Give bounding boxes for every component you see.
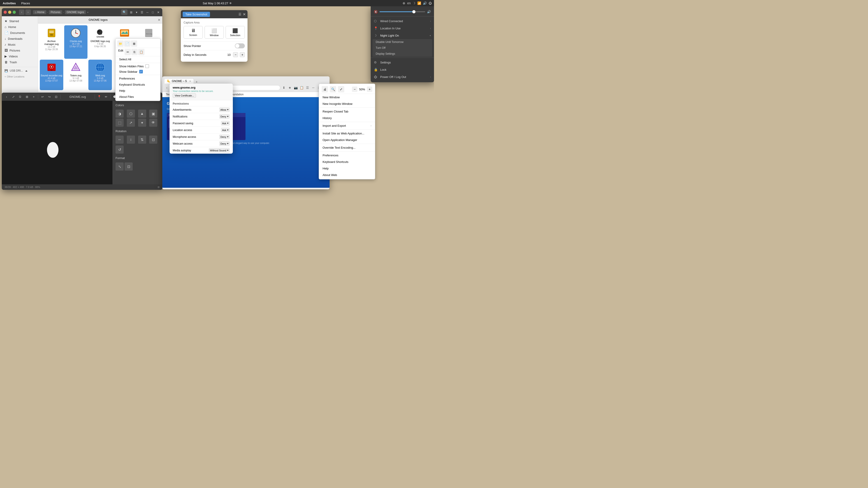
volume-icon[interactable]: 🔊 xyxy=(423,1,427,5)
ctx-show-hidden[interactable]: Show Hidden Files xyxy=(116,64,160,69)
contrast-btn[interactable]: ▲ xyxy=(138,109,146,118)
ctx-about[interactable]: About Files xyxy=(116,94,160,100)
iv-edit-btn[interactable]: ✏ xyxy=(103,94,109,100)
find-btn[interactable]: 🔍 xyxy=(330,86,336,92)
browser-menu-btn[interactable]: ☰ xyxy=(305,85,310,90)
show-pointer-toggle[interactable] xyxy=(235,43,245,48)
iv-add-btn[interactable]: + xyxy=(31,94,37,100)
ss-mode-screen[interactable]: 🖥 Screen xyxy=(184,26,203,39)
ctx-cut-btn[interactable]: ✂ xyxy=(125,49,131,55)
sidebar-other-locations[interactable]: + Other Locations xyxy=(2,74,38,79)
sidebar-item-usb[interactable]: 💾 USB DRI... ⏏ xyxy=(2,68,38,73)
ss-close-btn[interactable]: ✕ xyxy=(243,12,246,17)
ctx-copy-btn[interactable]: ⎘ xyxy=(131,49,138,55)
zoom-out-btn[interactable]: − xyxy=(352,87,358,92)
display-settings-item[interactable]: Display Settings xyxy=(373,51,432,57)
ctx-grid-btn[interactable]: ⊞ xyxy=(131,40,137,47)
activities-btn[interactable]: Activities xyxy=(0,2,19,5)
crop-format-btn[interactable]: ⊡ xyxy=(125,162,133,170)
power-icon[interactable]: ⏻ xyxy=(429,1,432,5)
screenshot-btn[interactable]: 📷 xyxy=(293,85,298,90)
turn-off-item[interactable]: Turn Off xyxy=(373,45,432,51)
flip-v-btn[interactable]: ↕ xyxy=(127,135,135,144)
ctx-paste-btn[interactable]: 📋 xyxy=(138,49,145,55)
bookmark-mgr-btn[interactable]: 📋 xyxy=(299,85,304,90)
sm-wired[interactable]: ⬡ Wired Connected › xyxy=(371,18,434,25)
bpm-new-window[interactable]: New Window xyxy=(319,94,375,101)
ctx-new-doc-btn[interactable]: 📄 xyxy=(124,40,130,47)
accessibility-icon[interactable]: ⊕ xyxy=(403,1,405,5)
browser-min-btn[interactable]: ─ xyxy=(311,85,316,90)
hidden-checkbox[interactable] xyxy=(145,64,149,68)
file-item-clocks[interactable]: Clocks.svg 36.3 kB 13 Apr 07:21 xyxy=(64,25,88,59)
forward-button[interactable]: › xyxy=(25,9,31,15)
file-item-archive[interactable]: Archive manager.svg 13.2 kB 11 Apr 20:39 xyxy=(40,25,63,59)
win-minimize-icon[interactable]: ─ xyxy=(145,10,150,14)
take-screenshot-button[interactable]: Take Screenshot xyxy=(183,12,210,17)
ss-mode-window[interactable]: ⬜ Window xyxy=(205,26,224,39)
new-tab-btn[interactable]: + xyxy=(194,80,199,84)
sidebar-item-videos[interactable]: ▶ Videos xyxy=(2,53,38,59)
bpm-install-app[interactable]: Install Site as Web Application... xyxy=(319,130,375,137)
ctx-new-folder-btn[interactable]: 📁 xyxy=(117,40,124,47)
reload-btn[interactable]: ↺ xyxy=(116,145,124,154)
win-maximize-icon[interactable]: □ xyxy=(151,10,155,14)
sidebar-checkbox[interactable]: ✓ xyxy=(139,70,143,73)
brightness-btn[interactable]: ◑ xyxy=(116,109,124,118)
sidebar-item-starred[interactable]: ★ Starred xyxy=(2,18,38,24)
sidebar-item-trash[interactable]: 🗑 Trash xyxy=(2,59,38,65)
breadcrumb-folder[interactable]: GNOME logos xyxy=(65,10,86,14)
sm-power[interactable]: ⏻ Power Off / Log Out › xyxy=(371,73,434,80)
sharpen-btn[interactable]: ✦ xyxy=(138,119,146,127)
bookmark-btn[interactable]: ★ xyxy=(287,85,292,90)
rot-180-btn[interactable]: ⊡ xyxy=(149,135,157,144)
lang-indicator[interactable]: en xyxy=(407,1,411,5)
sidebar-item-home[interactable]: ⌂ Home xyxy=(2,24,38,30)
bpm-open-app-mgr[interactable]: Open Application Manager xyxy=(319,137,375,143)
file-item-gnome-logo[interactable]: GNOME GNOME logo.svg 7.8 kB 8 Apr 06:35 xyxy=(88,25,112,59)
bpm-help[interactable]: Help xyxy=(319,165,375,172)
sketch-btn[interactable]: ⬚ xyxy=(116,119,124,127)
perm-advertisements-select[interactable]: Allow ▾ xyxy=(219,107,230,112)
tab-close-btn[interactable]: ✕ xyxy=(189,80,191,83)
saturation-btn[interactable]: ⬡ xyxy=(127,109,135,118)
print-btn[interactable]: 🖨 xyxy=(322,86,328,92)
close-tab-button[interactable]: ✕ xyxy=(158,18,160,22)
breadcrumb-pictures[interactable]: Pictures xyxy=(49,10,62,14)
ctx-select-all[interactable]: Select All xyxy=(116,56,160,62)
sidebar-item-downloads[interactable]: ↓ Downloads xyxy=(2,36,38,41)
sidebar-item-music[interactable]: ♪ Music xyxy=(2,41,38,47)
iv-crop-btn[interactable]: ⊡ xyxy=(53,94,59,100)
perm-media-autoplay-select[interactable]: Without Sound ▾ xyxy=(209,148,230,153)
bpm-about[interactable]: About Web xyxy=(319,172,375,178)
volume-slider[interactable] xyxy=(379,11,425,12)
downloads-btn[interactable]: ⬇ xyxy=(281,85,287,90)
browser-back-btn[interactable]: ‹ xyxy=(164,85,169,90)
disable-tomorrow-item[interactable]: Disable Until Tomorrow xyxy=(373,39,432,45)
perm-password-select[interactable]: Ask ▾ xyxy=(221,121,230,125)
ctx-preferences[interactable]: Preferences xyxy=(116,75,160,82)
ctx-keyboard-shortcuts[interactable]: Keyboard Shortcuts xyxy=(116,82,160,88)
perm-webcam-select[interactable]: Deny ▾ xyxy=(219,141,230,146)
minimize-button[interactable] xyxy=(8,11,11,14)
view-toggle-icon[interactable]: ▾ xyxy=(134,10,139,14)
ss-mode-selection[interactable]: ⬛ Selection xyxy=(225,26,245,39)
eye-btn[interactable]: 👁 xyxy=(149,119,157,127)
browser-tab-1[interactable]: 🦶 GNOME – S ✕ xyxy=(164,78,194,84)
network-icon[interactable]: 📶 xyxy=(417,1,421,5)
iv-rotate-ccw-btn[interactable]: ↩ xyxy=(39,94,45,100)
sidebar-item-documents[interactable]: 📄 Documents xyxy=(2,30,38,36)
bpm-keyboard-shortcuts[interactable]: Keyboard Shortcuts xyxy=(319,159,375,165)
iv-zoom-in-btn[interactable]: ① xyxy=(17,94,23,100)
breadcrumb-home[interactable]: ⌂ Home xyxy=(33,10,46,14)
iv-rotate-cw-btn[interactable]: ↪ xyxy=(46,94,52,100)
fullscreen-btn[interactable]: ⤢ xyxy=(338,86,344,92)
sm-settings[interactable]: ⚙ Settings xyxy=(371,59,434,66)
sort-icon[interactable]: ☰ xyxy=(140,10,144,14)
ss-menu-btn[interactable]: ☰ xyxy=(239,12,241,16)
win-close-icon[interactable]: ✕ xyxy=(156,10,160,14)
perm-notifications-select[interactable]: Deny ▾ xyxy=(219,114,230,119)
bpm-override-encoding[interactable]: Override Text Encoding... xyxy=(319,144,375,151)
places-btn[interactable]: Places xyxy=(19,2,33,5)
iv-zoom-fit-btn[interactable]: ⤢ xyxy=(10,94,16,100)
